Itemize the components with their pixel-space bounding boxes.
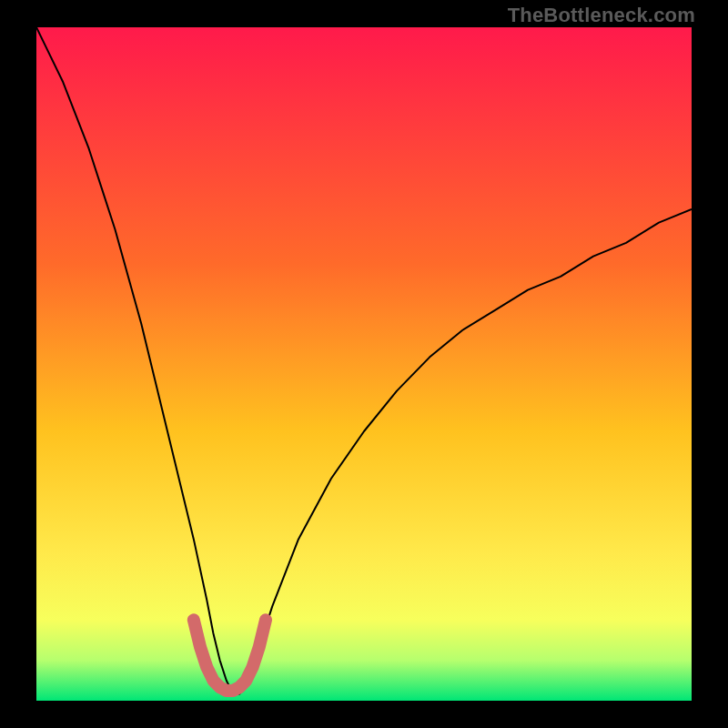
plot-svg <box>36 27 692 701</box>
plot-area <box>36 27 692 701</box>
watermark-text: TheBottleneck.com <box>508 4 695 27</box>
chart-stage: TheBottleneck.com <box>0 0 728 728</box>
gradient-background <box>36 27 692 701</box>
